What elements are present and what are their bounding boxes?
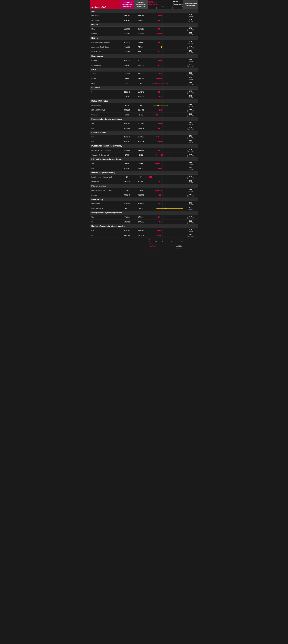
forest-point: [148, 166, 183, 171]
hr-value: 0.77: [184, 202, 197, 204]
hr-value: 0.59: [184, 162, 197, 164]
bottom-axis: 0.0 0.5 1.0 2.0 3.0 Favors FavorsTEVIMBR…: [90, 238, 198, 250]
forest-point: [148, 134, 183, 139]
row-hr: 0.81 (0.63-1.05): [183, 233, 198, 238]
row-label: Locally recurrent/advanced: [90, 176, 120, 178]
row-placebo: 99/115: [134, 64, 148, 67]
forest-point: [148, 193, 183, 198]
row-hr: 0.66 (0.47-0.93): [183, 188, 198, 193]
row-label: Yes: [90, 216, 120, 218]
svg-rect-161: [159, 203, 160, 204]
svg-rect-66: [158, 78, 159, 79]
hr-ci-value: (0.58-0.97): [184, 92, 197, 94]
hr-ci-value: (0.65-1.01): [184, 124, 197, 125]
svg-rect-126: [161, 154, 163, 156]
row-hr: 0.72 (0.53-0.99): [183, 76, 198, 81]
svg-rect-16: [159, 15, 160, 16]
row-placebo: 294/368: [134, 167, 148, 170]
row-forest: [148, 63, 183, 68]
row-hr: 0.80 (0.67-0.95): [183, 72, 198, 76]
svg-text:2.0: 2.0: [171, 241, 173, 242]
header-forest: FavorsTEVIMBRA +chemotherapy Favorsplace…: [148, 0, 183, 9]
hr-ci-value: (0.69-0.96): [184, 195, 197, 197]
svg-rect-26: [158, 28, 160, 30]
hr-value: 0.83: [184, 140, 197, 142]
rows-container: Age <65 years 214/283 240/285: [90, 10, 198, 238]
table-row: Other 5/9 14/15: [90, 81, 198, 86]
hr-value: 0.75: [184, 90, 197, 92]
forest-point: [148, 58, 183, 63]
row-placebo: 256/316: [134, 27, 148, 30]
section-header: Investigator-chosen chemotherapy: [90, 144, 198, 148]
row-forest: [148, 90, 183, 94]
svg-rect-131: [156, 163, 158, 164]
forest-point: [148, 202, 183, 206]
row-placebo: 362/438: [134, 202, 148, 205]
hr-ci-value: (0.53-0.96): [184, 65, 197, 67]
hr-value: 0.79: [184, 180, 197, 182]
table-row: No 253/343 294/368: [90, 166, 198, 171]
row-label: China (including Taiwan): [90, 41, 120, 44]
row-placebo: 199/257: [134, 127, 148, 130]
row-placebo: 99/115: [134, 50, 148, 53]
hr-ci-value: (0.53-0.99): [184, 79, 197, 80]
header-hr: Unstratified hazard ratio (95% CI): [183, 0, 198, 9]
row-placebo: 8/15: [134, 207, 148, 210]
row-label: White: [90, 77, 120, 80]
row-hr: 0.76 (0.64-0.91): [183, 26, 198, 31]
forest-point: [148, 112, 183, 117]
forest-point: [148, 76, 183, 81]
table-row: Measurable 303/409 362/438: [90, 202, 198, 206]
forest-point: [148, 31, 183, 36]
row-placebo: 171/196: [134, 122, 148, 125]
forest-point: [148, 26, 183, 31]
row-forest: [148, 18, 183, 22]
row-hr: 1.33 (0.56-3.15): [183, 206, 198, 211]
hr-value: 0.83: [184, 167, 197, 168]
row-label: Japan and South Korea: [90, 46, 120, 48]
row-placebo: 366/449: [134, 180, 148, 183]
table-row: White 78/98 85/100: [90, 76, 198, 81]
row-forest: [148, 103, 183, 108]
row-tevimbra: 83/107: [120, 50, 134, 53]
row-label: No: [90, 127, 120, 130]
hr-ci-value: (0.68-1.01): [184, 142, 197, 143]
table-row: China (including Taiwan) 165/217 196/229: [90, 40, 198, 45]
row-tevimbra: 221/305: [120, 27, 134, 30]
row-placebo: 331/401: [134, 108, 148, 112]
row-placebo: 75/109: [134, 46, 148, 48]
row-label: Stomach: [90, 194, 120, 197]
svg-rect-61: [159, 73, 160, 74]
hr-ci-value: (0.63-0.92): [184, 230, 197, 232]
row-forest: [148, 76, 183, 81]
section-header: Region group: [90, 54, 198, 58]
row-forest: [148, 112, 183, 117]
hr-ci-value: (0.65-0.89): [184, 150, 197, 152]
row-hr: 0.68 (0.30-1.52): [183, 103, 198, 108]
forest-point: [148, 188, 183, 193]
table-row: Gastroesophageal junction 60/85 75/92: [90, 188, 198, 193]
svg-rect-116: [159, 141, 161, 142]
row-tevimbra: 316/426: [120, 180, 134, 183]
hr-ci-value: (0.67-1.28): [184, 47, 197, 49]
forest-point: [148, 18, 183, 22]
hr-ci-value: (0.64-0.91): [184, 29, 197, 30]
forest-point: [148, 81, 183, 86]
row-tevimbra: 253/343: [120, 167, 134, 170]
row-tevimbra: 166/242: [120, 127, 134, 130]
table-row: 1 207/283 254/308: [90, 94, 198, 99]
row-forest: [148, 13, 183, 18]
row-label: Other: [90, 82, 120, 85]
section-header: Primary location: [90, 184, 198, 188]
row-label: Cisplatin +5-fluorouracil: [90, 154, 120, 156]
forest-point: [148, 175, 183, 179]
row-hr: 0.59 (0.42-0.83): [183, 161, 198, 166]
row-forest: [148, 166, 183, 171]
row-tevimbra: 111/149: [120, 90, 134, 94]
table-row: Metastatic 316/426 366/449: [90, 180, 198, 184]
row-label: Yes: [90, 162, 120, 165]
row-forest: [148, 50, 183, 54]
row-tevimbra: 113/142: [120, 234, 134, 237]
table-row: Nonmeasurable 15/23 8/15: [90, 206, 198, 211]
row-hr: 0.83 (0.68-1.01): [183, 139, 198, 144]
